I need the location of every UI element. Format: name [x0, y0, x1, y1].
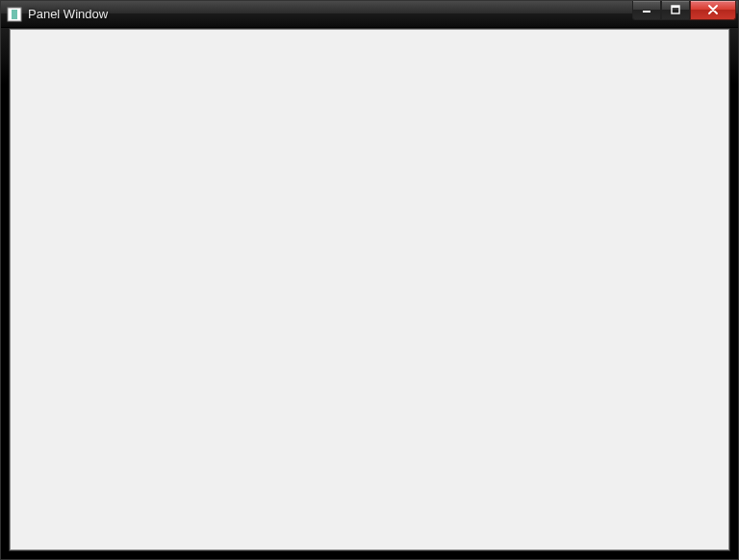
client-area — [9, 28, 730, 551]
window-frame: Panel Window — [0, 0, 739, 560]
titlebar[interactable]: Panel Window — [1, 1, 738, 28]
svg-rect-4 — [672, 6, 679, 8]
maximize-button[interactable] — [661, 1, 690, 20]
minimize-button[interactable] — [632, 1, 661, 20]
svg-rect-1 — [12, 10, 17, 19]
app-icon — [7, 7, 22, 22]
svg-rect-2 — [643, 11, 650, 13]
window-controls — [632, 1, 736, 20]
close-button[interactable] — [690, 1, 736, 20]
window-title: Panel Window — [28, 7, 632, 21]
